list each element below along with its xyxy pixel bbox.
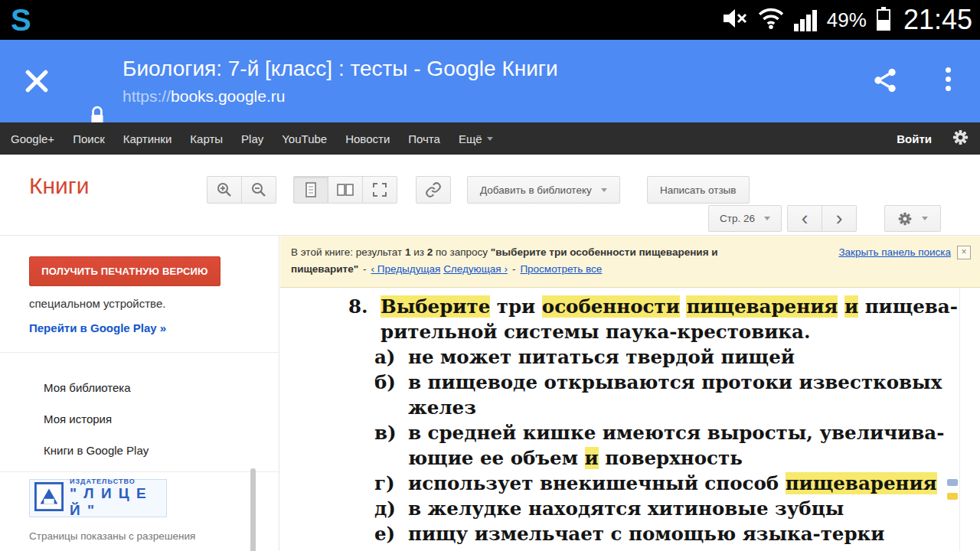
highlighted-term: пищеварения — [786, 472, 937, 494]
add-to-library-button[interactable]: Добавить в библиотеку — [467, 176, 620, 204]
nav-maps[interactable]: Карты — [190, 132, 223, 145]
book-line: ющие ее объем и поверхность — [408, 445, 944, 471]
main-content: В этой книге: результат 1 из 2 по запрос… — [280, 236, 980, 551]
close-icon[interactable] — [21, 66, 52, 96]
book-line: использует внекишечный способ пищеварени… — [408, 471, 937, 496]
option-letter: б) — [374, 370, 408, 420]
single-page-view-button[interactable] — [293, 176, 328, 204]
write-review-button[interactable]: Написать отзыв — [647, 176, 750, 204]
option-lines: в пищеводе открываются протоки известков… — [408, 370, 942, 420]
zoom-in-button[interactable] — [207, 176, 242, 204]
sign-in-button[interactable]: Войти — [897, 132, 932, 145]
page-title: Биология: 7-й [класс] : тесты - Google К… — [122, 57, 558, 81]
chevron-down-icon — [601, 188, 607, 192]
two-page-view-button[interactable] — [328, 176, 363, 204]
book-word: в пищеводе открываются протоки известков… — [408, 371, 942, 393]
option-lines: пищу измельчает с помощью языка-терки — [408, 521, 884, 546]
previous-result-link[interactable]: ‹ Предыдущая — [371, 263, 441, 275]
view-all-results-link[interactable]: Просмотреть все — [520, 263, 602, 275]
overflow-menu-icon[interactable] — [946, 67, 951, 91]
option-lines: в средней кишке имеются выросты, увеличи… — [408, 420, 944, 471]
option-letter: а) — [374, 344, 408, 370]
book-line: желез — [408, 395, 942, 420]
sidebar-scrollbar[interactable] — [250, 468, 256, 551]
highlighted-term: особенности — [542, 295, 680, 318]
search-hit-marker[interactable] — [947, 493, 958, 500]
divider — [0, 471, 279, 472]
highlighted-term: и — [844, 295, 858, 318]
next-page-button[interactable]: › — [822, 205, 857, 232]
url-scheme: https:// — [122, 87, 171, 105]
book-word: в средней кишке имеются выросты, увеличи… — [408, 422, 944, 444]
option-row: г)использует внекишечный способ пищеваре… — [374, 471, 958, 496]
nav-images[interactable]: Картинки — [123, 132, 172, 145]
book-line: Выберите три особенности пищеварения и п… — [381, 294, 958, 319]
book-word: ющие ее объем — [408, 447, 585, 469]
close-search-panel-link[interactable]: Закрыть панель поиска — [838, 244, 951, 261]
nav-more[interactable]: Ещё — [459, 132, 493, 145]
search-result-line2: пищеварите"-‹ Предыдущая Следующая ›-Про… — [291, 261, 969, 278]
nav-play[interactable]: Play — [241, 132, 263, 145]
sidebar-item-my-library[interactable]: Моя библиотека — [44, 381, 131, 394]
page-select-label: Стр. 26 — [720, 213, 755, 224]
dash: - — [363, 263, 367, 275]
option-letter: д) — [374, 496, 408, 521]
book-word: в желудке находятся хитиновые зубцы — [408, 497, 844, 520]
option-row: в)в средней кишке имеются выросты, увели… — [374, 420, 958, 471]
option-lines: использует внекишечный способ пищеварени… — [408, 471, 937, 496]
clock: 21:45 — [903, 4, 972, 36]
option-row: б)в пищеводе открываются протоки известк… — [374, 370, 958, 420]
question-row: 8. Выберите три особенности пищеварения … — [348, 294, 958, 344]
settings-gear-icon[interactable] — [952, 129, 969, 148]
option-row: е)пищу измельчает с помощью языка-терки — [374, 521, 958, 546]
link-button[interactable] — [416, 176, 451, 204]
nav-google-plus[interactable]: Google+ — [11, 132, 54, 145]
page-select-button[interactable]: Стр. 26 — [708, 205, 782, 232]
sidebar-item-books-on-play[interactable]: Книги в Google Play — [44, 444, 149, 457]
status-bar: S 49% 21:45 — [0, 0, 980, 40]
highlighted-term: Выберите — [381, 295, 490, 318]
publisher-logo: ИЗДАТЕЛЬСТВО " Л И Ц Е Й " — [29, 479, 167, 517]
book-line: не может питаться твердой пищей — [408, 344, 795, 370]
wifi-icon — [758, 8, 784, 32]
option-letter: в) — [374, 420, 408, 471]
nav-search[interactable]: Поиск — [73, 132, 105, 145]
go-to-google-play-link[interactable]: Перейти в Google Play » — [29, 321, 166, 334]
fullscreen-button[interactable] — [362, 176, 397, 204]
search-query-part2: пищеварите" — [291, 263, 358, 275]
mute-icon — [722, 7, 748, 33]
write-review-label: Написать отзыв — [660, 184, 737, 196]
query-intro: по запросу — [433, 246, 491, 258]
sidebar-item-my-history[interactable]: Моя история — [44, 412, 112, 425]
share-icon[interactable] — [871, 66, 899, 98]
page-edge — [959, 288, 960, 551]
option-lines: не может питаться твердой пищей — [408, 344, 795, 370]
highlighted-term: пищеварения — [686, 295, 838, 318]
zoom-out-button[interactable] — [241, 176, 276, 204]
chevron-down-icon — [487, 137, 493, 141]
prev-page-button[interactable]: ‹ — [787, 205, 822, 232]
get-print-version-button[interactable]: ПОЛУЧИТЬ ПЕЧАТНУЮ ВЕРСИЮ — [29, 256, 220, 286]
book-word: поверхность — [599, 447, 743, 469]
nav-youtube[interactable]: YouTube — [282, 132, 327, 145]
next-result-link[interactable]: Следующая › — [443, 263, 508, 275]
books-logo[interactable]: Книги — [29, 173, 90, 199]
add-to-library-label: Добавить в библиотеку — [480, 184, 592, 196]
book-word: пищева- — [858, 295, 958, 318]
sidebar: ПОЛУЧИТЬ ПЕЧАТНУЮ ВЕРСИЮ специальном уст… — [0, 236, 279, 551]
book-word: пищу измельчает с помощью языка-терки — [408, 523, 884, 545]
nav-more-label: Ещё — [459, 132, 482, 145]
nav-news[interactable]: Новости — [345, 132, 390, 145]
scroll-position-marker[interactable] — [947, 479, 958, 486]
search-intro: В этой книге: результат — [291, 246, 405, 258]
chevron-right-icon: › — [836, 207, 843, 230]
book-page: 8. Выберите три особенности пищеварения … — [280, 288, 980, 551]
chevron-down-icon — [922, 217, 928, 220]
url-bar: https://books.google.ru — [122, 87, 285, 106]
view-settings-button[interactable] — [884, 205, 941, 232]
option-row: а)не может питаться твердой пищей — [374, 344, 958, 370]
close-search-panel-icon[interactable]: × — [957, 246, 971, 259]
gear-icon — [897, 211, 913, 227]
url-host: books.google.ru — [171, 87, 285, 105]
nav-mail[interactable]: Почта — [408, 132, 440, 145]
